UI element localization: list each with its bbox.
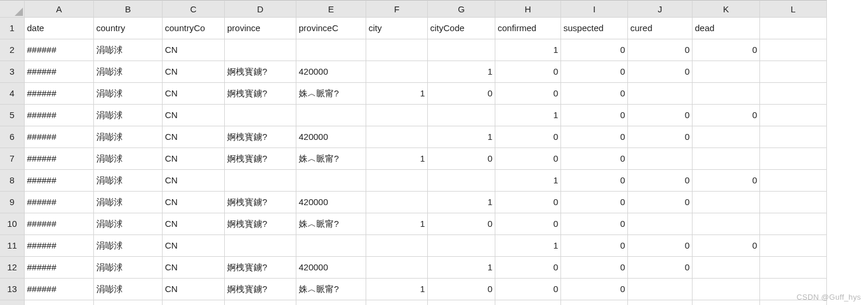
data-cell[interactable] — [428, 105, 495, 126]
data-cell[interactable]: 0 — [495, 126, 561, 148]
data-cell[interactable] — [693, 257, 760, 279]
data-cell[interactable]: 420000 — [296, 192, 366, 213]
data-cell[interactable]: 涓嘭浗 — [94, 170, 163, 192]
data-cell[interactable]: 0 — [495, 257, 561, 279]
column-header-B[interactable]: B — [94, 0, 163, 18]
data-cell[interactable] — [296, 170, 366, 192]
header-cell[interactable]: suspected — [561, 18, 628, 39]
column-header-I[interactable]: I — [561, 0, 628, 18]
data-cell[interactable]: 420000 — [296, 257, 366, 279]
data-cell[interactable]: 婀栧寳鐪? — [225, 148, 296, 170]
header-cell[interactable]: city — [366, 18, 428, 39]
data-cell[interactable]: CN — [163, 279, 225, 300]
data-cell[interactable]: 0 — [628, 39, 693, 61]
row-header[interactable]: 14 — [0, 300, 25, 305]
data-cell[interactable] — [760, 192, 827, 213]
row-header[interactable]: 1 — [0, 18, 25, 39]
column-header-K[interactable]: K — [693, 0, 760, 18]
data-cell[interactable]: 0 — [628, 235, 693, 257]
data-cell[interactable]: 涓嘭浗 — [94, 257, 163, 279]
data-cell[interactable]: 涓嘭浗 — [94, 83, 163, 105]
header-cell[interactable]: cured — [628, 18, 693, 39]
data-cell[interactable] — [628, 148, 693, 170]
data-cell[interactable] — [366, 126, 428, 148]
data-cell[interactable] — [225, 300, 296, 305]
data-cell[interactable]: 1 — [495, 235, 561, 257]
row-header[interactable]: 11 — [0, 235, 25, 257]
data-cell[interactable]: 0 — [495, 83, 561, 105]
data-cell[interactable] — [693, 61, 760, 83]
row-header[interactable]: 5 — [0, 105, 25, 126]
row-header[interactable]: 6 — [0, 126, 25, 148]
data-cell[interactable]: 涓嘭浗 — [94, 279, 163, 300]
data-cell[interactable]: ###### — [25, 105, 94, 126]
data-cell[interactable]: 姝︿眽甯? — [296, 279, 366, 300]
data-cell[interactable]: 婀栧寳鐪? — [225, 83, 296, 105]
data-cell[interactable]: CN — [163, 83, 225, 105]
data-cell[interactable]: 婀栧寳鐪? — [225, 126, 296, 148]
data-cell[interactable]: 1 — [495, 39, 561, 61]
data-cell[interactable]: ###### — [25, 279, 94, 300]
data-cell[interactable]: 涓嘭浗 — [94, 192, 163, 213]
data-cell[interactable] — [225, 235, 296, 257]
data-cell[interactable] — [296, 105, 366, 126]
data-cell[interactable]: CN — [163, 257, 225, 279]
column-header-A[interactable]: A — [25, 0, 94, 18]
data-cell[interactable]: 婀栧寳鐪? — [225, 61, 296, 83]
column-header-C[interactable]: C — [163, 0, 225, 18]
data-cell[interactable]: 0 — [628, 192, 693, 213]
row-header[interactable]: 2 — [0, 39, 25, 61]
data-cell[interactable]: CN — [163, 170, 225, 192]
data-cell[interactable]: 0 — [561, 279, 628, 300]
data-cell[interactable] — [693, 300, 760, 305]
data-cell[interactable]: 姝︿眽甯? — [296, 83, 366, 105]
data-cell[interactable] — [225, 170, 296, 192]
data-cell[interactable]: 0 — [428, 279, 495, 300]
header-cell[interactable]: country — [94, 18, 163, 39]
data-cell[interactable]: 1 — [428, 257, 495, 279]
row-header[interactable]: 7 — [0, 148, 25, 170]
data-cell[interactable]: 0 — [561, 257, 628, 279]
data-cell[interactable]: ###### — [25, 235, 94, 257]
data-cell[interactable] — [760, 170, 827, 192]
header-cell[interactable]: provinceC — [296, 18, 366, 39]
column-header-G[interactable]: G — [428, 0, 495, 18]
header-cell[interactable]: cityCode — [428, 18, 495, 39]
data-cell[interactable]: ###### — [25, 257, 94, 279]
data-cell[interactable]: ###### — [25, 192, 94, 213]
data-cell[interactable] — [760, 61, 827, 83]
data-cell[interactable]: CN — [163, 126, 225, 148]
data-cell[interactable] — [366, 235, 428, 257]
data-cell[interactable]: 涓嘭浗 — [94, 235, 163, 257]
data-cell[interactable]: 0 — [628, 170, 693, 192]
data-cell[interactable]: 婀栧寳鐪? — [225, 257, 296, 279]
row-header[interactable]: 13 — [0, 279, 25, 300]
data-cell[interactable] — [693, 213, 760, 235]
data-cell[interactable] — [296, 300, 366, 305]
data-cell[interactable]: 婀栧寳鐪? — [225, 192, 296, 213]
data-cell[interactable] — [693, 192, 760, 213]
data-cell[interactable] — [561, 300, 628, 305]
data-cell[interactable]: 0 — [561, 235, 628, 257]
data-cell[interactable] — [760, 213, 827, 235]
data-cell[interactable]: 0 — [628, 257, 693, 279]
data-cell[interactable]: 婀栧寳鐪? — [225, 279, 296, 300]
data-cell[interactable]: 0 — [561, 126, 628, 148]
data-cell[interactable]: ###### — [25, 83, 94, 105]
data-cell[interactable] — [693, 83, 760, 105]
data-cell[interactable]: 0 — [693, 235, 760, 257]
data-cell[interactable]: 0 — [561, 105, 628, 126]
data-cell[interactable] — [760, 105, 827, 126]
data-cell[interactable]: 0 — [428, 83, 495, 105]
data-cell[interactable]: 0 — [693, 170, 760, 192]
column-header-H[interactable]: H — [495, 0, 561, 18]
data-cell[interactable]: CN — [163, 61, 225, 83]
header-cell[interactable]: countryCo — [163, 18, 225, 39]
data-cell[interactable]: 0 — [561, 213, 628, 235]
data-cell[interactable] — [628, 83, 693, 105]
data-cell[interactable]: 0 — [561, 61, 628, 83]
data-cell[interactable]: 涓嘭浗 — [94, 105, 163, 126]
data-cell[interactable]: 1 — [366, 213, 428, 235]
column-header-D[interactable]: D — [225, 0, 296, 18]
header-cell[interactable]: dead — [693, 18, 760, 39]
